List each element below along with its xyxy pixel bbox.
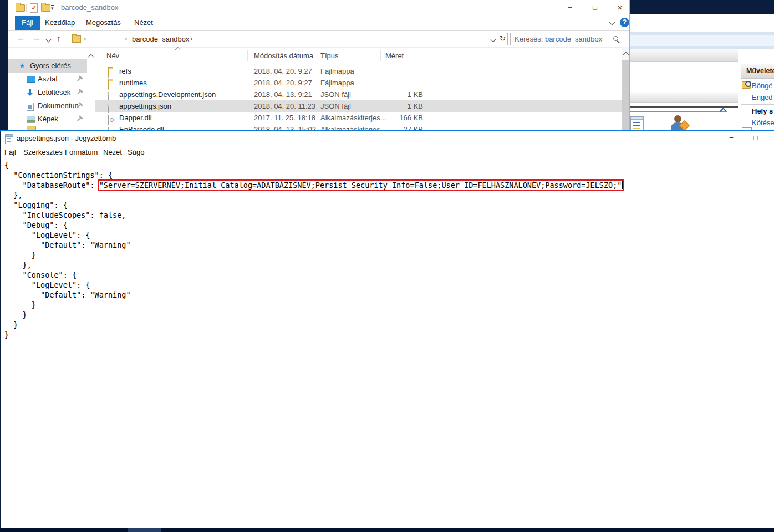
navigation-pane: ★ Gyors elérés Asztal Letöltések Dokumen… <box>8 47 87 131</box>
tab-home[interactable]: Kezdőlap <box>45 16 75 30</box>
code-line: "Debug": { <box>4 220 623 230</box>
sidebar-scrollbar[interactable] <box>87 47 95 131</box>
code-line-connection-string: "DatabaseRoute": "Server=SZERVERNÉV;Init… <box>4 180 623 190</box>
code-line: } <box>4 250 623 260</box>
taskbar-button-highlight[interactable] <box>128 528 161 532</box>
iis-feature-icon[interactable] <box>630 116 644 131</box>
file-list-scrollbar[interactable] <box>622 47 629 131</box>
file-row-dapper-dll[interactable]: Dapper.dll 2017. 11. 25. 18:18 Alkalmazá… <box>95 112 622 124</box>
menu-format[interactable]: Formátum <box>65 148 98 156</box>
properties-check-icon[interactable]: ✓ <box>30 3 38 13</box>
file-explorer-window: ✓ ▾ barcode_sandbox − □ × Fájl Kezdőlap … <box>8 0 630 131</box>
sidebar-item-documents[interactable]: Dokumentun <box>8 99 87 112</box>
expand-ribbon-icon[interactable] <box>609 19 615 25</box>
iis-manager-window: Művelete Böngé Enged Hely s Kötése <box>629 14 774 131</box>
close-button[interactable]: × <box>611 0 629 16</box>
file-type: JSON fájl <box>320 100 351 112</box>
explorer-body: ★ Gyors elérés Asztal Letöltések Dokumen… <box>8 47 629 131</box>
recent-locations-icon[interactable] <box>46 37 52 43</box>
iis-action-permissions[interactable]: Enged <box>752 93 774 101</box>
up-button[interactable]: ↑ <box>57 33 61 43</box>
column-separator[interactable] <box>425 50 425 61</box>
breadcrumb-current[interactable]: barcode_sandbox <box>132 35 189 43</box>
connection-string-value: "Server=SZERVERNÉV;Initial Catalog=ADATB… <box>99 181 622 190</box>
documents-icon <box>27 103 34 111</box>
iis-addressbar <box>629 35 774 46</box>
file-name: appsettings.Development.json <box>119 89 216 100</box>
column-header-size[interactable]: Méret <box>385 52 404 60</box>
tab-share[interactable]: Megosztás <box>86 16 121 30</box>
file-row-refs[interactable]: refs 2018. 04. 20. 9:27 Fájlmappa <box>95 65 622 77</box>
sidebar-item-desktop[interactable]: Asztal <box>8 73 87 86</box>
scrollbar-thumb[interactable] <box>622 60 629 131</box>
help-icon[interactable]: ? <box>620 18 629 27</box>
sidebar-item-quick-access[interactable]: ★ Gyors elérés <box>8 59 87 73</box>
column-separator[interactable] <box>247 50 248 61</box>
menu-edit[interactable]: Szerkesztés <box>23 148 63 156</box>
search-placeholder: Keresés: barcode_sandbox <box>515 35 602 43</box>
address-bar[interactable]: › › barcode_sandbox › ↻ <box>69 33 508 45</box>
taskbar[interactable] <box>0 528 774 532</box>
minimize-button[interactable]: − <box>722 131 741 146</box>
forward-button[interactable]: → <box>32 33 40 43</box>
file-size: 1 KB <box>375 89 423 100</box>
notepad-menubar: Fájl Szerkesztés Formátum Nézet Súgó <box>0 146 774 160</box>
scroll-up-icon[interactable] <box>88 54 94 60</box>
file-date: 2018. 04. 20. 11:23 <box>254 100 315 112</box>
iis-actions-separator <box>741 104 774 105</box>
back-button[interactable]: ← <box>17 33 25 43</box>
file-row-runtimes[interactable]: runtimes 2018. 04. 20. 9:27 Fájlmappa <box>95 77 622 89</box>
iis-action-browse[interactable]: Böngé <box>752 81 774 90</box>
refresh-icon[interactable]: ↻ <box>500 34 506 43</box>
code-line: "LogLevel": { <box>4 230 623 240</box>
sidebar-label: Letöltések <box>38 88 70 96</box>
file-date: 2017. 11. 25. 18:18 <box>254 112 315 124</box>
iis-actions-divider <box>739 35 739 131</box>
file-row-appsettings-selected[interactable]: appsettings.json 2018. 04. 20. 11:23 JSO… <box>95 100 622 112</box>
search-icon[interactable] <box>613 36 618 41</box>
maximize-button[interactable]: □ <box>586 0 604 16</box>
file-row-appsettings-development[interactable]: appsettings.Development.json 2018. 04. 1… <box>95 89 622 100</box>
code-line: "Default": "Warning" <box>4 290 623 300</box>
search-input[interactable]: Keresés: barcode_sandbox <box>510 33 624 45</box>
menu-view[interactable]: Nézet <box>103 148 122 156</box>
sidebar-label: Asztal <box>38 75 57 83</box>
sidebar-label: Képek <box>38 115 58 123</box>
sidebar-label: Dokumentun <box>38 101 79 110</box>
notepad-titlebar: appsettings.json - Jegyzettömb − □ <box>0 131 774 146</box>
notepad-text-area[interactable]: { "ConnectionStrings": { "DatabaseRoute"… <box>4 160 623 340</box>
minimize-button[interactable]: − <box>561 0 579 16</box>
tab-file[interactable]: Fájl <box>15 16 40 30</box>
desktop: Művelete Böngé Enged Hely s Kötése ✓ ▾ b… <box>0 0 774 532</box>
menu-file[interactable]: Fájl <box>4 148 16 156</box>
code-line: "Console": { <box>4 270 623 280</box>
menu-help[interactable]: Súgó <box>128 148 144 156</box>
sidebar-item-pictures[interactable]: Képek <box>8 112 87 126</box>
iis-action-bindings[interactable]: Kötése <box>752 119 774 127</box>
navigation-bar: ← → ↑ › › barcode_sandbox › ↻ Keresés: b… <box>8 31 629 48</box>
tab-view[interactable]: Nézet <box>134 16 153 30</box>
column-header-date[interactable]: Módosítás dátuma <box>254 52 313 60</box>
qat-customize-icon[interactable]: ▾ <box>51 5 54 11</box>
address-dropdown-icon[interactable] <box>491 37 496 43</box>
notepad-window: appsettings.json - Jegyzettömb − □ Fájl … <box>0 130 774 528</box>
dotnet-users-icon[interactable] <box>669 115 688 131</box>
file-name: appsettings.json <box>119 100 171 112</box>
column-separator[interactable] <box>314 50 314 61</box>
new-folder-icon[interactable] <box>41 4 50 12</box>
sidebar-item-downloads[interactable]: Letöltések <box>8 86 87 99</box>
maximize-button[interactable]: □ <box>746 131 765 146</box>
file-type: Fájlmappa <box>320 77 354 89</box>
sort-ascending-icon <box>175 47 181 53</box>
collapse-section-icon[interactable] <box>720 108 727 115</box>
column-header-type[interactable]: Típus <box>320 52 339 60</box>
text-cursor <box>622 181 623 189</box>
iis-group-header <box>629 49 738 62</box>
scroll-up-icon[interactable] <box>623 52 629 58</box>
window-title: barcode_sandbox <box>61 3 118 12</box>
iis-divider-line <box>629 106 738 108</box>
column-header-name[interactable]: Név <box>106 52 119 60</box>
column-separator[interactable] <box>380 50 381 61</box>
code-line: "Default": "Warning" <box>4 240 623 250</box>
code-line: } <box>4 330 623 340</box>
